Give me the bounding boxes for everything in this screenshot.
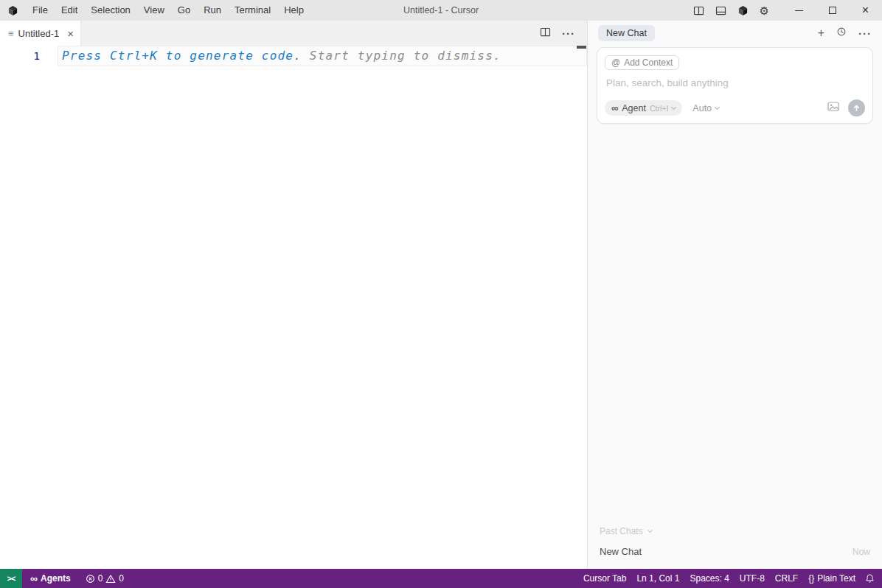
chat-footer: Past Chats New Chat Now	[588, 526, 882, 569]
attach-image-icon[interactable]	[827, 101, 839, 115]
infinity-icon: ∞	[611, 102, 618, 113]
cursor-ai-pane-icon[interactable]	[737, 5, 749, 16]
encoding-label: UTF-8	[740, 573, 765, 584]
split-columns-layout-icon[interactable]	[693, 5, 704, 16]
chat-input-box[interactable]: @ Add Context Plan, search, build anythi…	[597, 47, 873, 124]
menu-terminal[interactable]: Terminal	[228, 0, 277, 21]
tab-untitled-1[interactable]: ≡ Untitled-1 ×	[0, 21, 81, 46]
chat-input-placeholder: Plan, search, build anything	[606, 77, 865, 88]
braces-icon: {}	[808, 573, 814, 584]
minimize-icon	[795, 10, 803, 11]
arrow-up-icon	[853, 104, 861, 112]
status-bar: >< ∞ Agents 0 0 Cursor Tab Ln 1, Col 1 S…	[0, 569, 882, 588]
model-dropdown[interactable]: Auto	[692, 103, 719, 113]
split-editor-icon[interactable]	[540, 27, 551, 41]
tab-bar: ≡ Untitled-1 × ···	[0, 21, 587, 46]
problems-status-item[interactable]: 0 0	[80, 569, 129, 588]
editor-group: ≡ Untitled-1 × ··· 1 Press Ctrl+K to gen…	[0, 21, 587, 569]
eol-status-item[interactable]: CRLF	[770, 569, 803, 588]
menu-view[interactable]: View	[137, 0, 171, 21]
remote-indicator[interactable]: ><	[0, 569, 22, 588]
cursor-tab-label: Cursor Tab	[583, 573, 626, 584]
overview-ruler-cursor-mark	[577, 46, 586, 49]
plain-text-file-icon: ≡	[8, 28, 14, 39]
send-button[interactable]	[848, 99, 865, 116]
indentation-status-item[interactable]: Spaces: 4	[684, 569, 734, 588]
chevron-down-icon	[671, 104, 676, 109]
chevron-down-icon	[647, 528, 653, 533]
chat-panel: New Chat + ··· @ Add Context Plan, searc…	[587, 21, 882, 569]
settings-gear-icon[interactable]: ⚙	[760, 5, 769, 16]
tab-label: Untitled-1	[18, 28, 60, 39]
agents-status-item[interactable]: ∞ Agents	[25, 569, 76, 588]
line-number: 1	[0, 46, 44, 66]
add-context-chip[interactable]: @ Add Context	[605, 55, 679, 70]
titlebar: File Edit Selection View Go Run Terminal…	[0, 0, 882, 21]
agent-mode-dropdown[interactable]: ∞ Agent Ctrl+I	[605, 100, 682, 116]
chat-panel-header: New Chat + ···	[588, 21, 882, 46]
add-context-label: Add Context	[624, 57, 673, 68]
menu-go[interactable]: Go	[171, 0, 197, 21]
language-label: Plain Text	[817, 573, 855, 584]
chat-tab-new-chat[interactable]: New Chat	[598, 25, 655, 41]
new-chat-plus-icon[interactable]: +	[818, 27, 824, 39]
indentation-label: Spaces: 4	[690, 573, 729, 584]
notifications-bell[interactable]	[861, 569, 882, 588]
chat-messages-area	[588, 124, 882, 526]
menu-run[interactable]: Run	[197, 0, 228, 21]
hint-text-primary: Press Ctrl+K to generate code.	[62, 49, 302, 63]
menu-file[interactable]: File	[26, 0, 55, 21]
model-label: Auto	[692, 103, 712, 113]
chevron-down-icon	[715, 104, 720, 109]
editor-more-actions-icon[interactable]: ···	[562, 28, 575, 39]
panel-layout-icon[interactable]	[715, 5, 726, 16]
code-editor[interactable]: 1 Press Ctrl+K to generate code. Start t…	[0, 46, 587, 569]
close-button[interactable]: ×	[849, 0, 882, 21]
remote-icon: ><	[7, 574, 15, 583]
cursor-position-label: Ln 1, Col 1	[636, 573, 679, 584]
error-icon	[86, 574, 95, 584]
minimize-button[interactable]	[782, 0, 816, 21]
chat-history-item-time: Now	[853, 547, 870, 557]
menu-edit[interactable]: Edit	[55, 0, 84, 21]
encoding-status-item[interactable]: UTF-8	[735, 569, 770, 588]
warning-count: 0	[119, 573, 124, 584]
agents-label: Agents	[41, 573, 71, 584]
menu-bar: File Edit Selection View Go Run Terminal…	[26, 0, 310, 21]
at-icon: @	[611, 57, 620, 68]
warning-icon	[105, 574, 116, 584]
chat-history-item[interactable]: New Chat Now	[600, 546, 870, 557]
editor-hint-line[interactable]: Press Ctrl+K to generate code. Start typ…	[58, 46, 587, 66]
close-icon: ×	[862, 4, 869, 16]
code-line: 1 Press Ctrl+K to generate code. Start t…	[0, 46, 587, 66]
chat-history-item-title: New Chat	[600, 546, 642, 557]
cursor-logo-icon	[7, 5, 18, 16]
infinity-icon: ∞	[30, 573, 38, 584]
agent-mode-label: Agent	[622, 103, 646, 113]
cursor-tab-status-item[interactable]: Cursor Tab	[578, 569, 631, 588]
language-status-item[interactable]: {} Plain Text	[803, 569, 861, 588]
past-chats-label: Past Chats	[600, 526, 643, 536]
maximize-button[interactable]	[816, 0, 849, 21]
chat-history-icon[interactable]	[836, 27, 847, 40]
menu-selection[interactable]: Selection	[84, 0, 136, 21]
menu-help[interactable]: Help	[277, 0, 310, 21]
cursor-position-status-item[interactable]: Ln 1, Col 1	[631, 569, 684, 588]
hint-text-secondary: Start typing to dismiss.	[302, 49, 501, 63]
bell-icon	[865, 573, 875, 584]
tab-close-icon[interactable]: ×	[67, 28, 74, 39]
maximize-icon	[829, 7, 836, 14]
agent-shortcut: Ctrl+I	[650, 104, 668, 113]
chat-more-actions-icon[interactable]: ···	[858, 28, 872, 39]
past-chats-toggle[interactable]: Past Chats	[600, 526, 870, 536]
eol-label: CRLF	[775, 573, 798, 584]
error-count: 0	[98, 573, 103, 584]
